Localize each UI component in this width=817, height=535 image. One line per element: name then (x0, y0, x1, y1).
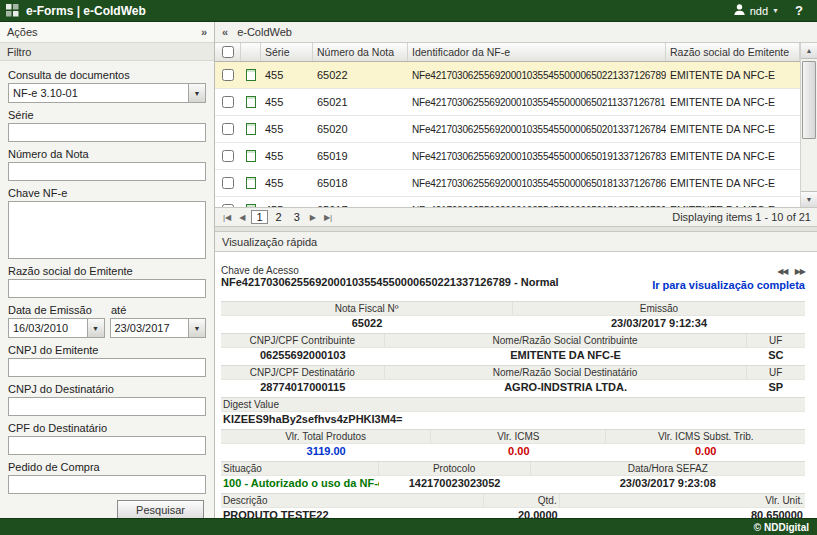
date-from-value: 16/03/2010 (13, 322, 68, 334)
row-serie: 455 (261, 197, 313, 207)
uf-label: UF (747, 366, 805, 379)
icon-column-header (241, 43, 261, 61)
row-checkbox[interactable] (222, 123, 234, 135)
table-header-row: Série Número da Nota Identificador da NF… (215, 43, 800, 62)
column-serie[interactable]: Série (261, 43, 313, 61)
row-identificador: NFe4217030625569200010355455000065018133… (408, 170, 666, 196)
column-numero-nota[interactable]: Número da Nota (313, 43, 408, 61)
prev-document-icon[interactable]: ◀◀ (777, 267, 787, 276)
row-identificador: NFe4217030625569200010355455000065020133… (408, 116, 666, 142)
actions-title: Ações (7, 26, 38, 38)
date-range-row: 16/03/2010 ▼ 23/03/2017 ▼ (8, 318, 206, 338)
filter-fields: Consulta de documentos NF-e 3.10-01 ▼ Sé… (0, 61, 214, 494)
row-checkbox[interactable] (222, 177, 234, 189)
collapse-sidebar-icon[interactable]: » (201, 26, 207, 38)
vlr-icms-value: 0.00 (431, 444, 606, 458)
digest-value: KIZEES9haBy2sefhvs4zPHKI3M4= (221, 412, 805, 426)
nome-contribuinte-value: EMITENTE DA NFC-E (385, 348, 747, 362)
item-descricao-column: Descrição (221, 494, 484, 507)
chave-acesso-label: Chave de Acesso (221, 265, 805, 276)
collapse-grid-icon[interactable]: « (222, 26, 228, 38)
cpf-destinatario-label: CPF do Destinatário (8, 422, 206, 434)
scrollbar-thumb[interactable] (802, 61, 816, 139)
row-numero: 65017 (313, 197, 408, 207)
row-serie: 455 (261, 143, 313, 169)
numero-nota-input[interactable] (8, 162, 206, 181)
row-checkbox[interactable] (222, 204, 234, 207)
document-type-select[interactable]: NF-e 3.10-01 ▼ (8, 83, 206, 103)
document-icon (246, 123, 256, 135)
document-icon (246, 96, 256, 108)
row-numero: 65018 (313, 170, 408, 196)
sefaz-label: Data/Hora SEFAZ (531, 462, 805, 475)
table-row[interactable]: 455 65017 NFe421703062556920001035545500… (215, 197, 800, 207)
date-to-select[interactable]: 23/03/2017 ▼ (110, 318, 207, 338)
row-checkbox[interactable] (222, 69, 234, 81)
razao-emitente-input[interactable] (8, 279, 206, 298)
preview-nav: ◀◀ ▶▶ (771, 267, 805, 276)
column-razao-social[interactable]: Razão social do Emitente (666, 43, 800, 61)
row-identificador: NFe4217030625569200010355455000065019133… (408, 143, 666, 169)
razao-emitente-label: Razão social do Emitente (8, 265, 206, 277)
page-button-3[interactable]: 3 (290, 211, 304, 223)
last-page-icon[interactable]: ▶| (322, 213, 334, 222)
filter-title: Filtro (7, 46, 31, 58)
vertical-scrollbar[interactable]: ▲ ▼ (800, 43, 817, 207)
document-icon (246, 204, 256, 207)
cnpj-destinatario-label: CNPJ/CPF Destinatário (221, 366, 385, 379)
nome-contribuinte-label: Nome/Razão Social Contribuinte (385, 334, 747, 347)
vlr-icms-label: Vlr. ICMS (431, 430, 606, 443)
row-numero: 65021 (313, 89, 408, 115)
next-page-icon[interactable]: ▶ (308, 213, 318, 222)
row-serie: 455 (261, 62, 313, 88)
pedido-compra-input[interactable] (8, 475, 206, 494)
cnpj-destinatario-input[interactable] (8, 397, 206, 416)
table-row[interactable]: 455 65021 NFe421703062556920001035545500… (215, 89, 800, 116)
sidebar: Ações » Filtro Consulta de documentos NF… (0, 22, 215, 518)
application-window: e-Forms | e-ColdWeb ndd ▼ ? Ações » Filt… (0, 0, 817, 535)
item-qtd-column: Qtd. (484, 494, 560, 507)
select-all-checkbox[interactable] (222, 46, 234, 58)
first-page-icon[interactable]: |◀ (221, 213, 233, 222)
digest-section: Digest Value KIZEES9haBy2sefhvs4zPHKI3M4… (221, 397, 805, 426)
cnpj-contribuinte-value: 06255692000103 (221, 348, 385, 362)
pesquisar-button[interactable]: Pesquisar (117, 500, 204, 518)
table-row[interactable]: 455 65018 NFe421703062556920001035545500… (215, 170, 800, 197)
scroll-up-icon[interactable]: ▲ (801, 43, 817, 59)
row-checkbox[interactable] (222, 96, 234, 108)
cnpj-destinatario-label: CNPJ do Destinatário (8, 383, 206, 395)
user-menu[interactable]: ndd ▼ (733, 3, 779, 18)
uf-contribuinte-value: SC (747, 348, 805, 362)
pagination-bar: |◀ ◀ 1 2 3 ▶ ▶| Displaying items 1 - 10 … (215, 207, 817, 226)
row-checkbox[interactable] (222, 150, 234, 162)
item-vlr-unit: 80.650000 (560, 508, 805, 518)
numero-nota-label: Número da Nota (8, 148, 206, 160)
cpf-destinatario-input[interactable] (8, 436, 206, 455)
cnpj-emitente-input[interactable] (8, 358, 206, 377)
next-document-icon[interactable]: ▶▶ (795, 267, 805, 276)
row-identificador: NFe4217030625569200010355455000065021133… (408, 89, 666, 115)
item-vlr-unit-column: Vlr. Unit. (560, 494, 805, 507)
help-button[interactable]: ? (795, 3, 803, 18)
chevron-down-icon: ▼ (188, 84, 205, 102)
row-numero: 65020 (313, 116, 408, 142)
scroll-down-icon[interactable]: ▼ (801, 191, 817, 207)
document-icon (246, 177, 256, 189)
serie-input[interactable] (8, 123, 206, 142)
filter-header: Filtro (0, 43, 214, 61)
column-identificador[interactable]: Identificador da NF-e (408, 43, 666, 61)
full-view-link[interactable]: Ir para visualização completa (652, 279, 805, 291)
nome-destinatario-label: Nome/Razão Social Destinatário (385, 366, 747, 379)
table-row[interactable]: 455 65022 NFe421703062556920001035545500… (215, 62, 800, 89)
date-from-select[interactable]: 16/03/2010 ▼ (8, 318, 105, 338)
page-button-2[interactable]: 2 (272, 211, 286, 223)
table-row[interactable]: 455 65020 NFe421703062556920001035545500… (215, 116, 800, 143)
table-row[interactable]: 455 65019 NFe421703062556920001035545500… (215, 143, 800, 170)
page-button-1[interactable]: 1 (251, 210, 267, 224)
nota-emissao-section: Nota Fiscal Nº Emissão 65022 23/03/2017 … (221, 301, 805, 330)
user-name: ndd (750, 5, 768, 17)
chave-nfe-input[interactable] (8, 201, 206, 259)
paging-status: Displaying items 1 - 10 of 21 (672, 211, 811, 223)
prev-page-icon[interactable]: ◀ (237, 213, 247, 222)
nome-destinatario-value: AGRO-INDSTRIA LTDA. (385, 380, 747, 394)
